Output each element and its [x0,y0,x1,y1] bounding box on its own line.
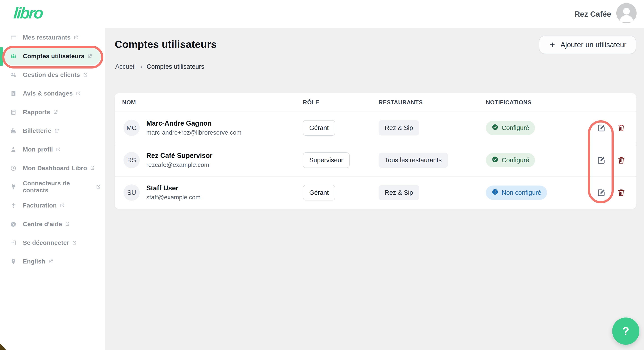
register-icon [10,128,17,134]
libro-logo[interactable]: libro [13,4,43,22]
sidebar-item-gestion-des-clients[interactable]: Gestion des clients [4,66,101,84]
sidebar-item-se-deconnecter[interactable]: Se déconnecter [4,233,101,252]
notification-status-badge: Configuré [486,153,535,167]
breadcrumb-current: Comptes utilisateurs [147,63,204,70]
person-silhouette-icon [616,3,636,23]
external-link-icon [73,35,78,40]
cell-user: MG Marc-Andre Gagnon marc-andre+rez@libr… [115,114,303,141]
sidebar-item-avis-sondages[interactable]: Avis & sondages [4,84,101,103]
user-email: rezcafe@example.com [146,161,212,169]
sidebar-item-mon-profil[interactable]: Mon profil [4,140,101,159]
external-link-icon [60,203,65,208]
sidebar-item-mon-dashboard-libro[interactable]: Mon Dashboard Libro [4,159,101,177]
user-initials-avatar: MG [124,120,140,136]
notification-status-label: Configuré [502,124,529,132]
active-item-indicator [0,47,3,66]
restaurants-pill: Tous les restaurants [378,153,448,168]
column-header-role: RÔLE [303,99,378,106]
cell-role: Superviseur [303,152,378,168]
plug-icon [10,184,17,190]
person-icon [10,146,17,153]
add-user-button-label: Ajouter un utilisateur [560,41,626,49]
page-title: Comptes utilisateurs [115,38,217,50]
help-button-label: ? [622,324,629,338]
external-link-icon [54,128,59,134]
main-content: Comptes utilisateurs Accueil › Comptes u… [105,28,644,350]
edit-user-button[interactable] [596,155,606,165]
sidebar-item-english[interactable]: English [4,252,101,271]
svg-text:?: ? [12,222,14,226]
table-icon [10,34,17,41]
check-circle-icon [492,156,498,163]
sidebar-item-label: Avis & sondages [23,90,73,97]
column-header-restaurants: RESTAURANTS [378,99,486,106]
trash-icon [616,156,626,165]
sidebar-item-label: Mon Dashboard Libro [23,165,87,172]
table-row: SU Staff User staff@example.com Gérant R… [115,177,636,209]
edit-icon [596,188,606,198]
sidebar: Mes restaurants Comptes utilisateurs Ges… [0,28,105,350]
user-email: staff@example.com [146,193,200,201]
plus-icon [548,41,556,49]
cell-actions [596,188,636,198]
help-circle-icon: ? [10,221,17,227]
external-link-icon [53,110,58,115]
role-pill: Gérant [303,185,335,200]
sidebar-item-facturation[interactable]: Facturation [4,196,101,215]
edit-icon [596,155,606,165]
notification-status-label: Configuré [502,157,529,164]
add-user-button[interactable]: Ajouter un utilisateur [539,36,636,54]
table-row: MG Marc-Andre Gagnon marc-andre+rez@libr… [115,112,636,144]
sidebar-item-mes-restaurants[interactable]: Mes restaurants [4,28,101,47]
users-table: NOM RÔLE RESTAURANTS NOTIFICATIONS MG Ma… [115,93,636,209]
top-header: libro Rez Cafée [0,0,644,28]
table-header-row: NOM RÔLE RESTAURANTS NOTIFICATIONS [115,93,636,112]
delete-user-button[interactable] [616,156,626,165]
sidebar-item-label: Rapports [23,109,50,116]
user-name: Marc-Andre Gagnon [146,119,242,128]
notification-status-badge: Non configuré [486,186,547,200]
cell-notifications: Configuré [486,153,596,167]
cell-user: RS Rez Café Supervisor rezcafe@example.c… [115,147,303,174]
role-pill: Gérant [303,120,335,136]
sidebar-item-label: Mon profil [23,146,53,153]
help-button[interactable]: ? [612,317,640,345]
cell-actions [596,123,636,133]
sidebar-nav: Mes restaurants Comptes utilisateurs Ges… [0,28,105,271]
restaurants-pill: Rez & Sip [378,185,419,200]
avatar[interactable] [616,3,636,23]
notification-status-badge: Configuré [486,121,535,135]
sidebar-item-rapports[interactable]: Rapports [4,103,101,121]
cell-notifications: Non configuré [486,186,596,200]
user-name: Rez Café Supervisor [146,152,212,160]
sidebar-item-label: Connecteurs de contacts [23,180,93,194]
external-link-icon [90,166,95,171]
edit-user-button[interactable] [596,123,606,133]
info-circle-icon [492,188,498,195]
sidebar-item-billetterie[interactable]: Billetterie [4,121,101,140]
delete-user-button[interactable] [616,188,626,197]
user-name: Staff User [146,184,200,193]
sidebar-item-label: Se déconnecter [23,239,69,246]
user-initials-avatar: SU [124,184,140,201]
cell-notifications: Configuré [486,121,596,135]
cell-restaurants: Rez & Sip [378,120,486,136]
delete-user-button[interactable] [616,123,626,133]
users-gear-icon [10,72,17,78]
sidebar-item-comptes-utilisateurs[interactable]: Comptes utilisateurs [4,47,101,66]
pin-icon [10,258,17,265]
edit-user-button[interactable] [596,188,606,198]
external-link-icon [72,240,77,245]
cell-actions [596,155,636,165]
column-header-name: NOM [115,99,303,106]
sidebar-item-centre-d-aide[interactable]: ? Centre d'aide [4,215,101,233]
breadcrumb-home[interactable]: Accueil [115,63,136,70]
breadcrumb: Accueil › Comptes utilisateurs [115,63,204,70]
logout-icon [10,240,17,246]
sidebar-item-connecteurs-de-contacts[interactable]: Connecteurs de contacts [4,177,101,196]
table-row: RS Rez Café Supervisor rezcafe@example.c… [115,144,636,177]
external-link-icon [76,91,81,96]
corner-decoration [0,343,6,350]
user-initials-avatar: RS [124,152,140,168]
cell-role: Gérant [303,120,378,136]
